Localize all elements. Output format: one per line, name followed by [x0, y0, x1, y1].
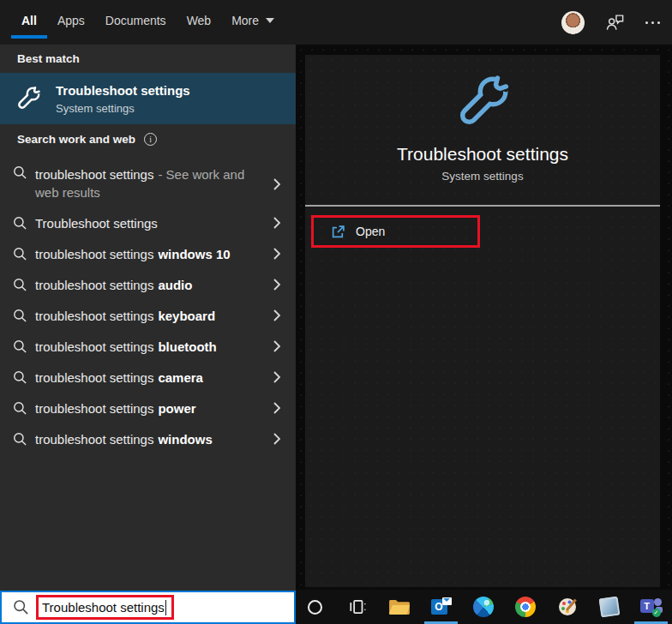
search-icon [13, 339, 27, 354]
search-input-value: Troubleshoot settings [42, 600, 165, 615]
outlook-icon: O [431, 597, 452, 616]
search-icon [13, 370, 27, 385]
text-cursor [165, 600, 167, 615]
tab-all-label: All [21, 14, 37, 27]
search-filter-bar: All Apps Documents Web More [0, 0, 672, 45]
suggestion-bold: windows [158, 432, 212, 447]
search-icon [13, 247, 27, 261]
suggestion-bold: bluetooth [158, 339, 216, 354]
filter-tabs: All Apps Documents Web More [11, 0, 285, 41]
best-match-subtitle: System settings [56, 102, 190, 115]
suggestion-bold: keyboard [158, 309, 215, 323]
best-match-result[interactable]: Troubleshoot settings System settings [0, 73, 296, 124]
suggestion-text: troubleshoot settings [35, 370, 153, 385]
chevron-right-icon[interactable] [273, 278, 281, 291]
task-view-button[interactable] [336, 590, 378, 624]
chrome-icon [515, 597, 536, 617]
user-avatar[interactable] [561, 11, 585, 34]
search-icon [13, 401, 27, 416]
search-icon [13, 278, 27, 292]
suggestion-text: Troubleshoot settings [35, 216, 158, 231]
more-options-icon[interactable] [645, 21, 660, 24]
suggestion-row[interactable]: troubleshoot settingswindows [0, 423, 296, 454]
suggestion-bold: windows 10 [158, 247, 230, 261]
teams-icon: T ✓ [640, 597, 663, 617]
suggestion-text: troubleshoot settings [35, 309, 153, 323]
preview-title: Troubleshoot settings [305, 144, 660, 165]
open-button[interactable]: Open [311, 215, 480, 248]
preview-card: Troubleshoot settings System settings Op… [305, 55, 660, 587]
preview-subtitle: System settings [305, 170, 660, 183]
feedback-icon[interactable] [605, 13, 625, 32]
tab-apps-label: Apps [57, 14, 85, 27]
edge-icon [473, 597, 494, 617]
suggestion-row[interactable]: troubleshoot settingspower [0, 393, 296, 423]
chevron-right-icon[interactable] [273, 370, 281, 384]
chevron-right-icon[interactable] [273, 309, 281, 322]
tab-documents[interactable]: Documents [95, 0, 177, 41]
photos-icon [598, 597, 620, 618]
search-icon [13, 599, 29, 615]
suggestion-row[interactable]: Troubleshoot settings [0, 207, 296, 238]
search-icon [13, 216, 27, 231]
suggestion-row[interactable]: troubleshoot settingswindows 10 [0, 238, 296, 269]
file-explorer-icon [388, 597, 411, 616]
wrench-icon-large [453, 72, 513, 132]
tab-web-label: Web [187, 14, 212, 27]
taskbar-search-input[interactable]: Troubleshoot settings [0, 591, 296, 624]
best-match-label-text: Best match [17, 52, 80, 65]
photos-button[interactable] [588, 590, 630, 624]
teams-button[interactable]: T ✓ [630, 590, 672, 624]
search-work-web-text: Search work and web [17, 133, 135, 146]
search-text-highlight: Troubleshoot settings [36, 595, 174, 620]
edge-button[interactable] [462, 590, 504, 624]
suggestion-bold: power [158, 401, 195, 416]
suggestion-text: troubleshoot settings [35, 247, 153, 261]
cortana-icon [308, 600, 322, 615]
suggestion-row[interactable]: troubleshoot settings- See work and web … [0, 161, 296, 206]
best-match-title: Troubleshoot settings [56, 82, 190, 99]
suggestion-row[interactable]: troubleshoot settingskeyboard [0, 300, 296, 331]
tab-documents-label: Documents [105, 14, 166, 27]
wrench-icon [15, 85, 42, 112]
cortana-button[interactable] [294, 590, 336, 624]
suggestion-text: troubleshoot settings [35, 339, 153, 354]
open-external-icon [331, 225, 345, 239]
windows-search-screen: All Apps Documents Web More Best match [0, 0, 672, 624]
tab-web[interactable]: Web [177, 0, 222, 41]
paint-icon [557, 597, 578, 617]
outlook-button[interactable]: O [420, 590, 462, 624]
info-icon[interactable]: i [144, 133, 157, 146]
suggestion-row[interactable]: troubleshoot settingscamera [0, 362, 296, 393]
file-explorer-button[interactable] [378, 590, 420, 624]
search-results-panel: Best match Troubleshoot settings System … [0, 45, 296, 591]
search-icon [13, 432, 27, 447]
tab-more-label: More [231, 14, 259, 27]
chevron-down-icon [266, 18, 274, 23]
chevron-right-icon[interactable] [273, 247, 281, 261]
suggestion-text: troubleshoot settings [35, 401, 153, 416]
tab-more[interactable]: More [221, 0, 285, 41]
chevron-right-icon[interactable] [273, 401, 281, 415]
suggestion-row[interactable]: troubleshoot settingsaudio [0, 269, 296, 300]
chevron-right-icon[interactable] [273, 216, 281, 230]
tab-apps[interactable]: Apps [47, 0, 95, 41]
divider [305, 205, 660, 207]
chevron-right-icon[interactable] [273, 339, 281, 353]
chrome-button[interactable] [504, 590, 546, 624]
chevron-right-icon[interactable] [273, 432, 281, 446]
paint-button[interactable] [546, 590, 588, 624]
suggestion-text: troubleshoot settings [35, 167, 153, 182]
search-work-web-label: Search work and web i [17, 133, 157, 146]
chevron-right-icon[interactable] [273, 177, 281, 191]
tab-all[interactable]: All [11, 0, 47, 41]
best-match-section-label: Best match [17, 52, 80, 65]
best-match-text: Troubleshoot settings System settings [56, 82, 190, 115]
open-button-label: Open [356, 225, 385, 238]
suggestion-bold: camera [158, 370, 203, 385]
suggestion-row[interactable]: troubleshoot settingsbluetooth [0, 331, 296, 362]
suggestion-text: troubleshoot settings [35, 278, 153, 292]
search-icon [13, 309, 27, 323]
task-view-icon [348, 597, 367, 616]
suggestion-bold: audio [158, 278, 192, 292]
